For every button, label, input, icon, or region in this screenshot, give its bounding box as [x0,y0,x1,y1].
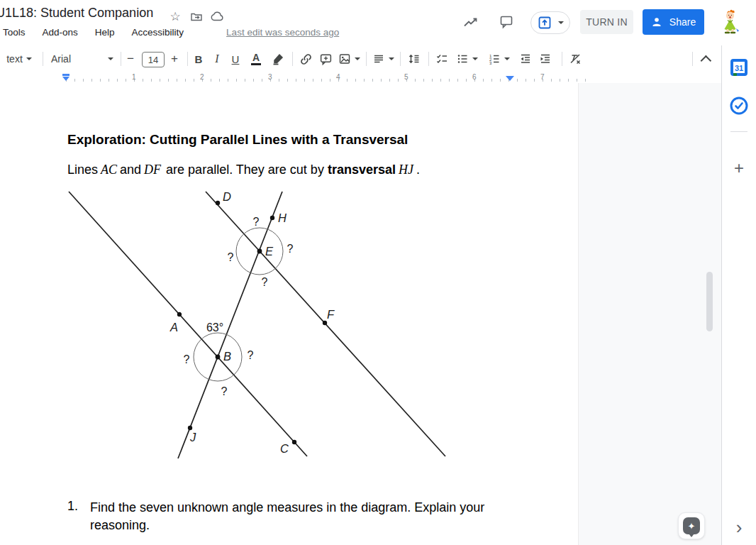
folder-move-glyph [190,10,203,23]
parallel-lines-diagram[interactable]: D H E F A B J C ? ? ? ? 63° ? ? ? [64,187,454,465]
decrease-font-size-button[interactable]: − [122,45,139,72]
calendar-icon: 31 [730,58,748,77]
math-line-AC: AC [101,163,117,177]
insert-image-button[interactable] [336,45,362,72]
divider [692,52,693,66]
share-button[interactable]: Share [643,9,704,35]
chevron-down-icon [355,57,360,60]
point-A [177,312,182,316]
side-panel: 31 + › [721,45,756,545]
divider [428,52,429,66]
math-line-HJ: HJ [399,163,413,177]
bold-button[interactable]: B [190,45,207,72]
menu-accessibility[interactable]: Accessibility [132,27,184,38]
link-icon [299,53,313,66]
hide-menus-button[interactable] [698,45,716,72]
document-title[interactable]: U1L18: Student Companion [0,6,153,21]
divider [366,52,367,66]
unknown-angle-E-bottom: ? [262,276,268,288]
document-stats-button[interactable] [462,13,479,31]
explore-button[interactable]: ✦ [678,512,705,539]
line-spacing-icon [408,53,421,65]
outdent-icon [519,53,532,65]
intro-text: and [120,163,141,177]
font-family-dropdown[interactable]: Arial [47,45,118,72]
last-edit-link[interactable]: Last edit was seconds ago [226,27,339,38]
text-color-glyph: A [251,53,261,65]
add-comment-button[interactable] [316,45,335,72]
increase-indent-button[interactable] [536,45,555,72]
question-1[interactable]: 1. Find the seven unknown angle measures… [67,499,486,534]
highlighter-icon [272,53,284,65]
account-avatar[interactable] [718,7,743,37]
right-indent-marker[interactable] [506,76,514,81]
unknown-angle-B-bottom: ? [221,385,228,397]
point-D [216,201,220,205]
calendar-app-button[interactable]: 31 [728,57,750,78]
trending-chart-icon [463,16,479,28]
comment-icon [499,15,513,29]
ruler-number: 2 [200,73,204,81]
divider [292,52,293,66]
italic-button[interactable]: I [209,45,226,72]
point-C [292,440,296,444]
chevron-down-icon [472,57,478,60]
cloud-status-icon[interactable] [210,9,226,24]
ruler: 1 2 3 4 5 6 7 [0,73,756,83]
left-indent-marker[interactable] [62,74,70,81]
bulleted-list-icon [456,53,469,65]
insert-link-button[interactable] [296,45,315,72]
label-D: D [223,190,231,203]
menu-help[interactable]: Help [95,27,115,38]
numbered-list-button[interactable]: 1 2 3 [484,45,513,72]
text-color-button[interactable]: A [247,45,265,72]
decrease-indent-button[interactable] [516,45,535,72]
transversal-HJ [178,192,282,458]
clear-formatting-button[interactable] [566,45,584,72]
tasks-icon [730,97,748,115]
point-F [323,321,327,325]
doc-heading[interactable]: Exploration: Cutting Parallel Lines with… [67,132,408,148]
tasks-app-button[interactable] [728,95,750,116]
highlight-color-button[interactable] [268,45,288,72]
hide-side-panel-button[interactable]: › [728,517,750,538]
intro-text: Lines [67,163,98,177]
label-E: E [265,245,274,258]
chevron-down-icon [26,57,32,60]
vertical-scrollbar-thumb[interactable] [706,272,713,331]
indent-icon [539,53,552,65]
numbered-list-icon: 1 2 3 [488,53,501,65]
increase-font-size-button[interactable]: + [166,45,183,72]
point-J [188,426,192,430]
turn-in-button[interactable]: TURN IN [580,10,633,34]
intro-text: are parallel. They are cut by [166,163,328,177]
known-angle-B-63: 63° [206,321,223,334]
divider [43,52,43,66]
underline-button[interactable]: U [227,45,244,72]
google-docs-app: { "header": { "doc_title": "U1L18: Stude… [0,0,756,545]
menu-tools[interactable]: Tools [3,27,26,38]
divider [562,52,562,66]
submit-dropdown-button[interactable] [530,11,570,34]
font-size-input[interactable]: 14 [142,52,165,67]
checklist-button[interactable] [433,45,451,72]
chevron-down-icon [389,57,394,60]
star-icon[interactable]: ☆ [167,9,183,24]
font-name: Arial [51,53,71,65]
comments-button[interactable] [498,13,515,31]
ruler-number: 7 [540,73,545,81]
paragraph-styles-dropdown[interactable]: text [0,45,38,72]
bulleted-list-button[interactable] [454,45,479,72]
get-add-ons-button[interactable]: + [728,158,750,179]
unknown-angle-E-right: ? [287,243,294,255]
align-button[interactable] [370,45,396,72]
doc-intro-paragraph[interactable]: LinesACandDFare parallel. They are cut b… [67,163,420,177]
menu-add-ons[interactable]: Add-ons [43,27,78,38]
divider [400,52,401,66]
move-folder-icon[interactable] [189,9,204,24]
point-E [257,249,262,254]
line-spacing-button[interactable] [404,45,424,72]
ruler-number: 6 [472,73,477,81]
unknown-angle-B-right: ? [248,349,254,361]
math-line-DF: DF [144,163,161,177]
